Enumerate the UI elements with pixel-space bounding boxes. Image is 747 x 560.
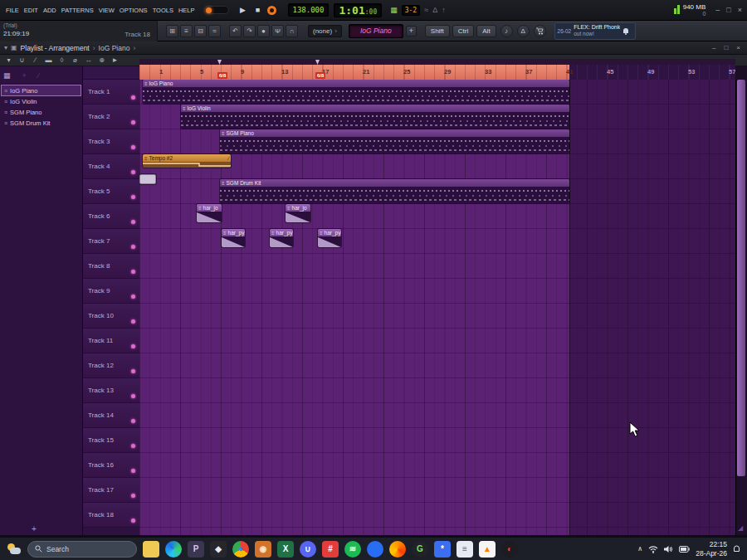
clip-ghost[interactable] — [139, 174, 156, 184]
clip-iog-piano[interactable]: ≡IoG Piano — [143, 80, 569, 104]
monitor-icon[interactable]: ∩ — [286, 25, 298, 37]
picker-add-icon[interactable]: + — [22, 71, 27, 80]
track-header[interactable]: Track 6 — [83, 204, 139, 229]
playback-icon[interactable]: ► — [110, 56, 120, 65]
tray-chevron-icon[interactable]: ∧ — [637, 545, 642, 553]
clip-sgm-piano[interactable]: ≡SGM Piano — [220, 129, 569, 153]
undo-icon[interactable]: ↶ — [229, 25, 242, 37]
track-header[interactable]: Track 14 — [83, 403, 139, 428]
track-led[interactable] — [131, 394, 135, 398]
vertical-scrollbar[interactable] — [735, 80, 745, 535]
clip-tempo-2[interactable]: ≡Tempo #2∕ — [143, 154, 231, 168]
wifi-icon[interactable] — [648, 545, 658, 553]
clip-har-py[interactable]: ≡har_py — [270, 229, 293, 247]
track-led[interactable] — [131, 444, 135, 448]
taskbar-app-chrome[interactable]: ● — [232, 541, 249, 558]
playlist-menu-icon[interactable]: ▾ — [3, 56, 14, 65]
picker-item-sgm-drum-kit[interactable]: ≡SGM Drum Kit — [2, 118, 81, 128]
track-header[interactable]: Track 12 — [83, 353, 139, 378]
key-shift[interactable]: Shift — [425, 25, 450, 37]
taskbar-app-star-app[interactable]: * — [434, 541, 451, 558]
track-led[interactable] — [131, 295, 135, 299]
track-led[interactable] — [131, 245, 135, 249]
track-led[interactable] — [131, 494, 135, 498]
slip-icon[interactable]: ↔ — [83, 56, 94, 65]
typing-keyboard-indicator[interactable]: ▦ — [390, 6, 398, 14]
playlist-close-button[interactable]: × — [734, 44, 743, 51]
track-header[interactable]: Track 3 — [83, 129, 139, 154]
time-signature-marker[interactable]: 6/8 — [315, 72, 325, 79]
events-snap-icon[interactable]: ≈ — [208, 25, 221, 37]
menu-patterns[interactable]: PATTERNS — [59, 4, 96, 17]
metronome-button[interactable]: Δ — [517, 25, 530, 37]
key-alt[interactable]: Alt — [476, 25, 496, 37]
metronome-icon[interactable]: Δ — [432, 6, 437, 14]
track-header[interactable]: Track 13 — [83, 378, 139, 403]
track-header[interactable]: Track 9 — [83, 279, 139, 304]
track-header[interactable]: Track 15 — [83, 428, 139, 453]
track-header[interactable]: Track 18 — [83, 503, 139, 528]
taskbar-app-firefox[interactable] — [389, 541, 406, 558]
time-signature-marker[interactable]: 6/8 — [217, 72, 227, 79]
track-header[interactable]: Track 10 — [83, 304, 139, 329]
song-mode-switch[interactable] — [204, 6, 229, 14]
track-led[interactable] — [131, 270, 135, 274]
track-led[interactable] — [131, 519, 135, 523]
arrangement-name[interactable]: IoG Piano — [99, 44, 130, 52]
track-led[interactable] — [131, 195, 135, 199]
minimize-button[interactable]: – — [715, 6, 720, 14]
pencil-icon[interactable]: ∕ — [30, 56, 41, 65]
slice-icon[interactable]: ◊ — [56, 56, 67, 65]
typing-piano-button[interactable]: ♪ — [500, 25, 513, 37]
track-header[interactable]: Track 1 — [83, 80, 139, 105]
taskbar-app-blue-app[interactable] — [367, 541, 383, 558]
taskbar-app-opera-dark[interactable]: ◐ — [501, 541, 518, 558]
track-led[interactable] — [131, 419, 135, 423]
picker-item-iog-piano[interactable]: ≡IoG Piano — [2, 85, 81, 95]
wait-for-input-icon[interactable]: ↑ — [442, 6, 446, 14]
playlist-maximize-button[interactable]: □ — [721, 44, 730, 51]
menu-add[interactable]: ADD — [41, 4, 59, 17]
taskbar-app-notepad[interactable]: ≡ — [456, 541, 473, 558]
redo-icon[interactable]: ↷ — [243, 25, 256, 37]
close-button[interactable]: × — [738, 6, 742, 14]
resize-grip-icon[interactable]: ◢ — [738, 524, 743, 532]
magnet-icon[interactable]: ∪ — [17, 56, 27, 65]
timeline-ruler[interactable]: 1591317212529333741454953576/86/8 — [139, 65, 735, 80]
track-led[interactable] — [131, 95, 135, 100]
taskbar-app-gx-app[interactable]: G — [412, 541, 428, 558]
mic-icon[interactable]: Ψ — [271, 25, 284, 37]
track-header[interactable]: Track 4 — [83, 154, 139, 179]
battery-icon[interactable] — [679, 546, 690, 553]
clip-har-py[interactable]: ≡har_py — [222, 229, 245, 247]
clip-har-py[interactable]: ≡har_py — [318, 229, 341, 247]
playlist-titlebar[interactable]: ▾ ▣ Playlist - Arrangement › IoG Piano ›… — [0, 41, 747, 55]
taskbar-app-orange-app[interactable]: ◉ — [255, 541, 271, 558]
track-header[interactable]: Track 7 — [83, 229, 139, 254]
main-snap-icon[interactable]: ⊞ — [166, 25, 178, 37]
menu-file[interactable]: FILE — [3, 4, 22, 17]
taskbar-app-vlc[interactable]: ▲ — [479, 541, 496, 558]
playlist-minimize-button[interactable]: – — [710, 44, 718, 51]
track-header[interactable]: Track 11 — [83, 329, 139, 353]
taskbar-app-spotify[interactable]: ≋ — [344, 541, 361, 558]
menu-edit[interactable]: EDIT — [22, 4, 41, 17]
taskbar-app-excel[interactable]: X — [277, 541, 294, 558]
taskbar-app-discord[interactable]: ∪ — [300, 541, 316, 558]
playlist-detach-icon[interactable]: ▣ — [11, 44, 17, 51]
playlist-grid[interactable]: ≡IoG Piano≡IoG Violin≡SGM Piano≡Tempo #2… — [139, 80, 735, 535]
add-channel-button[interactable]: + — [406, 26, 417, 37]
paint-icon[interactable]: ▬ — [43, 56, 54, 65]
picker-item-sgm-piano[interactable]: ≡SGM Piano — [2, 107, 81, 117]
taskbar-clock[interactable]: 22:15 28-Apr-26 — [696, 540, 727, 557]
taskbar-app-file-explorer[interactable] — [143, 541, 159, 558]
clip-har-jo[interactable]: ≡har_jo — [286, 204, 310, 222]
picker-grid-icon[interactable]: ▦ — [3, 71, 11, 80]
track-led[interactable] — [131, 469, 135, 473]
track-led[interactable] — [131, 145, 135, 149]
record-button[interactable] — [267, 6, 276, 15]
track-header[interactable]: Track 2 — [83, 105, 139, 129]
menu-help[interactable]: HELP — [176, 4, 198, 17]
channel-display[interactable]: IoG Piano — [349, 24, 403, 38]
track-led[interactable] — [131, 170, 135, 174]
